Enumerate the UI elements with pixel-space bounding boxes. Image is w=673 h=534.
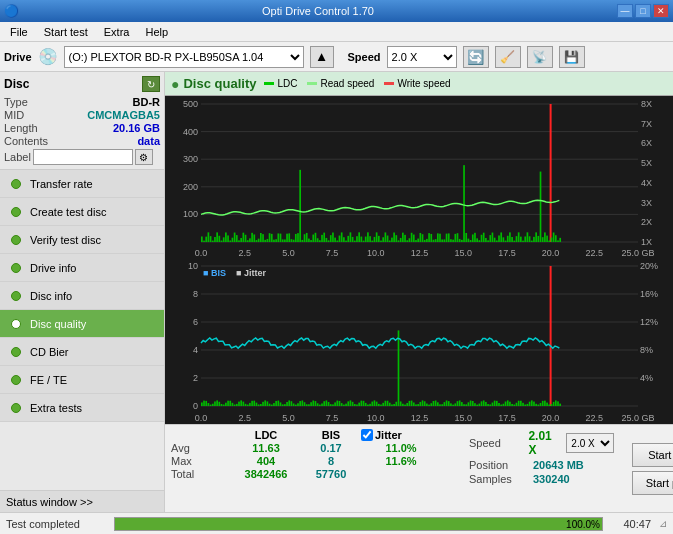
disc-contents-value: data xyxy=(137,135,160,147)
sidebar-label-drive-info: Drive info xyxy=(30,262,76,274)
window-title: Opti Drive Control 1.70 xyxy=(19,5,617,17)
jitter-checkbox[interactable] xyxy=(361,429,373,441)
sidebar-label-create-test-disc: Create test disc xyxy=(30,206,106,218)
chart-legend: LDC Read speed Write speed xyxy=(264,78,450,89)
stats-jitter-avg: 11.0% xyxy=(361,442,441,454)
status-window-label: Status window >> xyxy=(6,496,93,508)
sidebar-item-disc-info[interactable]: Disc info xyxy=(0,282,164,310)
status-window-button[interactable]: Status window >> xyxy=(0,490,164,512)
legend-read-speed: Read speed xyxy=(307,78,374,89)
menu-file[interactable]: File xyxy=(2,24,36,40)
stats-jitter-header: Jitter xyxy=(375,429,402,441)
samples-value: 330240 xyxy=(533,473,570,485)
eject-button[interactable]: ▲ xyxy=(310,46,334,68)
sidebar-item-verify-test-disc[interactable]: Verify test disc xyxy=(0,226,164,254)
disc-mid-row: MID CMCMAGBA5 xyxy=(4,109,160,121)
title-bar: 🔵 Opti Drive Control 1.70 — □ ✕ xyxy=(0,0,673,22)
disc-length-value: 20.16 GB xyxy=(113,122,160,134)
top-chart xyxy=(165,96,673,260)
scan-button[interactable]: 📡 xyxy=(527,46,553,68)
disc-refresh-button[interactable]: ↻ xyxy=(142,76,160,92)
disc-header: Disc ↻ xyxy=(4,76,160,92)
left-panel: Disc ↻ Type BD-R MID CMCMAGBA5 Length 20… xyxy=(0,72,165,512)
stats-bis-avg: 0.17 xyxy=(301,442,361,454)
save-button[interactable]: 💾 xyxy=(559,46,585,68)
stats-ldc-header: LDC xyxy=(231,429,301,441)
stats-bar: LDC BIS Jitter Avg 11.63 0.17 11.0% Max … xyxy=(165,424,673,512)
title-bar-left: 🔵 xyxy=(4,4,19,18)
disc-info-icon xyxy=(8,288,24,304)
sidebar-item-disc-quality[interactable]: Disc quality xyxy=(0,310,164,338)
speed-dropdown-stat[interactable]: 2.0 X xyxy=(566,433,614,453)
create-test-disc-icon xyxy=(8,204,24,220)
charts-area xyxy=(165,96,673,424)
position-value: 20643 MB xyxy=(533,459,584,471)
refresh-button[interactable]: 🔄 xyxy=(463,46,489,68)
chart-header: ● Disc quality LDC Read speed Write spee… xyxy=(165,72,673,96)
drive-info-icon xyxy=(8,260,24,276)
sidebar-item-cd-bier[interactable]: CD Bier xyxy=(0,338,164,366)
sidebar-label-verify-test-disc: Verify test disc xyxy=(30,234,101,246)
sidebar-item-extra-tests[interactable]: Extra tests xyxy=(0,394,164,422)
stats-ldc-total: 3842466 xyxy=(231,468,301,480)
stats-bis-total: 57760 xyxy=(301,468,361,480)
menu-extra[interactable]: Extra xyxy=(96,24,138,40)
sidebar-label-cd-bier: CD Bier xyxy=(30,346,69,358)
progress-fill xyxy=(115,518,602,530)
speed-select[interactable]: 2.0 X 1.0 X 4.0 X xyxy=(387,46,457,68)
label-gear-button[interactable]: ⚙ xyxy=(135,149,153,165)
maximize-button[interactable]: □ xyxy=(635,4,651,18)
disc-quality-icon xyxy=(8,316,24,332)
close-button[interactable]: ✕ xyxy=(653,4,669,18)
minimize-button[interactable]: — xyxy=(617,4,633,18)
disc-type-label: Type xyxy=(4,96,28,108)
speed-label: Speed xyxy=(348,51,381,63)
stats-ldc-max: 404 xyxy=(231,455,301,467)
legend-write-speed: Write speed xyxy=(384,78,450,89)
extra-tests-icon xyxy=(8,400,24,416)
drive-select[interactable]: (O:) PLEXTOR BD-R PX-LB950SA 1.04 xyxy=(64,46,304,68)
speed-label-stat: Speed xyxy=(469,437,522,449)
stats-total-label: Total xyxy=(171,468,231,480)
cd-bier-icon xyxy=(8,344,24,360)
menu-help[interactable]: Help xyxy=(137,24,176,40)
stats-ldc-avg: 11.63 xyxy=(231,442,301,454)
bottom-bar: Test completed 100.0% 40:47 ⊿ xyxy=(0,512,673,534)
sidebar-item-transfer-rate[interactable]: Transfer rate xyxy=(0,170,164,198)
legend-write-speed-label: Write speed xyxy=(397,78,450,89)
legend-write-speed-dot xyxy=(384,82,394,85)
stats-bis-header: BIS xyxy=(301,429,361,441)
start-part-button[interactable]: Start part xyxy=(632,471,673,495)
legend-read-speed-dot xyxy=(307,82,317,85)
disc-label-input[interactable] xyxy=(33,149,133,165)
progress-percent: 100.0% xyxy=(566,518,600,531)
clear-button[interactable]: 🧹 xyxy=(495,46,521,68)
start-full-button[interactable]: Start full xyxy=(632,443,673,467)
time-label: 40:47 xyxy=(611,518,651,530)
title-bar-controls: — □ ✕ xyxy=(617,4,669,18)
stats-bis-max: 8 xyxy=(301,455,361,467)
sidebar-item-fe-te[interactable]: FE / TE xyxy=(0,366,164,394)
app-icon: 🔵 xyxy=(4,4,19,18)
disc-label-row: Label ⚙ xyxy=(4,149,160,165)
stats-jitter-max: 11.6% xyxy=(361,455,441,467)
disc-contents-row: Contents data xyxy=(4,135,160,147)
sidebar-label-disc-quality: Disc quality xyxy=(30,318,86,330)
sidebar-item-create-test-disc[interactable]: Create test disc xyxy=(0,198,164,226)
sidebar-label-disc-info: Disc info xyxy=(30,290,72,302)
disc-label-label: Label xyxy=(4,151,31,163)
sidebar-label-extra-tests: Extra tests xyxy=(30,402,82,414)
menu-bar: File Start test Extra Help xyxy=(0,22,673,42)
menu-start-test[interactable]: Start test xyxy=(36,24,96,40)
disc-title: Disc xyxy=(4,77,29,91)
stats-avg-label: Avg xyxy=(171,442,231,454)
disc-length-row: Length 20.16 GB xyxy=(4,122,160,134)
verify-test-disc-icon xyxy=(8,232,24,248)
legend-ldc: LDC xyxy=(264,78,297,89)
sidebar-item-drive-info[interactable]: Drive info xyxy=(0,254,164,282)
status-text: Test completed xyxy=(6,518,106,530)
disc-length-label: Length xyxy=(4,122,38,134)
speed-value-stat: 2.01 X xyxy=(528,429,560,457)
disc-contents-label: Contents xyxy=(4,135,48,147)
resize-icon: ⊿ xyxy=(659,518,667,529)
